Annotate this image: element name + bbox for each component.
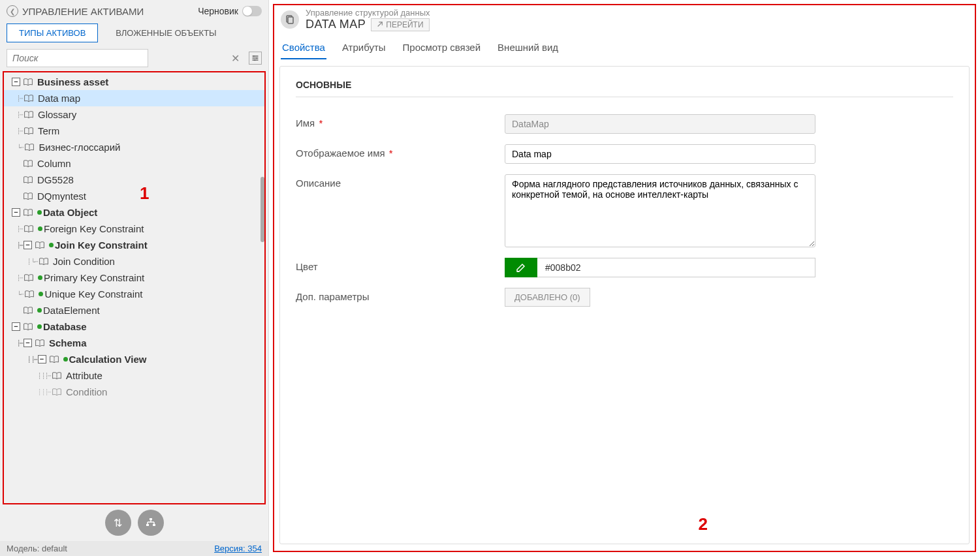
tree-item-data-object[interactable]: − Data Object bbox=[4, 204, 264, 221]
tree-item-business-asset[interactable]: − Business asset bbox=[4, 74, 264, 90]
tree-item-calc-view[interactable]: ┊ ┊┄ − Calculation View bbox=[4, 351, 264, 367]
label-display-name: Отображаемое имя bbox=[296, 147, 385, 159]
book-icon bbox=[24, 144, 35, 151]
breadcrumb: Управление структурой данных bbox=[306, 8, 430, 18]
label-description: Описание bbox=[296, 174, 505, 189]
tab-properties[interactable]: Свойства bbox=[281, 38, 326, 59]
status-dot-icon bbox=[39, 292, 43, 296]
color-value[interactable]: #008b02 bbox=[537, 258, 815, 277]
color-swatch[interactable] bbox=[505, 258, 537, 277]
svg-rect-27 bbox=[146, 524, 149, 526]
tree-item-data-map[interactable]: ┊┄ Data map bbox=[4, 90, 264, 106]
collapse-icon[interactable]: − bbox=[24, 241, 32, 249]
search-settings-icon[interactable] bbox=[249, 52, 262, 65]
book-icon bbox=[35, 339, 45, 347]
sidebar-tabs: ТИПЫ АКТИВОВ ВЛОЖЕННЫЕ ОБЪЕКТЫ bbox=[7, 23, 262, 42]
book-icon bbox=[49, 356, 59, 363]
back-arrow-icon[interactable]: ❮ bbox=[7, 5, 18, 17]
tree-item-term[interactable]: ┊┄ Term bbox=[4, 123, 264, 139]
tree-item-schema[interactable]: ┊┄ − Schema bbox=[4, 335, 264, 351]
form-panel: ОСНОВНЫЕ Имя * Отображаемое имя * Описан… bbox=[279, 66, 970, 544]
tree-item-dqmyntest[interactable]: DQmyntest bbox=[4, 188, 264, 204]
hierarchy-button[interactable] bbox=[138, 510, 164, 536]
draft-toggle[interactable] bbox=[242, 6, 262, 16]
svg-point-3 bbox=[253, 55, 255, 57]
go-button[interactable]: ПЕРЕЙТИ bbox=[371, 18, 429, 31]
status-dot-icon bbox=[37, 324, 42, 329]
book-icon bbox=[52, 372, 62, 380]
collapse-icon[interactable]: − bbox=[12, 208, 20, 217]
bottom-buttons: ⇅ bbox=[0, 504, 268, 541]
page-title: DATA MAP bbox=[306, 18, 366, 31]
tab-appearance[interactable]: Внешний вид bbox=[496, 38, 560, 59]
sidebar: ❮ УПРАВЛЕНИЕ АКТИВАМИ Черновик ТИПЫ АКТИ… bbox=[0, 0, 269, 556]
model-label: Модель: bbox=[7, 544, 39, 553]
book-icon bbox=[24, 95, 34, 102]
sidebar-header: ❮ УПРАВЛЕНИЕ АКТИВАМИ Черновик ТИПЫ АКТИ… bbox=[0, 0, 268, 49]
tree-item-business-glossary[interactable]: └┄ Бизнес-глоссарий bbox=[4, 139, 264, 155]
tab-links[interactable]: Просмотр связей bbox=[402, 38, 482, 59]
tab-nested-objects[interactable]: ВЛОЖЕННЫЕ ОБЪЕКТЫ bbox=[103, 23, 229, 42]
version-link[interactable]: Версия: 354 bbox=[214, 544, 262, 553]
svg-rect-28 bbox=[153, 524, 155, 526]
tab-asset-types[interactable]: ТИПЫ АКТИВОВ bbox=[7, 23, 98, 42]
tree-item-join-key[interactable]: ┊┄ − Join Key Constraint bbox=[4, 237, 264, 253]
main-tabs: Свойства Атрибуты Просмотр связей Внешни… bbox=[274, 31, 975, 59]
label-extra-params: Доп. параметры bbox=[296, 288, 505, 302]
main-header: Управление структурой данных DATA MAP ПЕ… bbox=[274, 5, 975, 31]
status-dot-icon bbox=[49, 243, 54, 247]
svg-rect-26 bbox=[150, 518, 152, 520]
tree-item-column[interactable]: Column bbox=[4, 155, 264, 172]
name-field bbox=[505, 114, 815, 134]
tree-item-join-condition[interactable]: ┊ └┄ Join Condition bbox=[4, 253, 264, 270]
required-icon: * bbox=[319, 117, 323, 129]
annotation-2: 2 bbox=[699, 514, 708, 534]
document-icon bbox=[281, 10, 299, 29]
tab-attributes[interactable]: Атрибуты bbox=[341, 38, 387, 59]
section-title: ОСНОВНЫЕ bbox=[296, 80, 953, 97]
tree-item-primary-key[interactable]: ┊┄ Primary Key Constraint bbox=[4, 270, 264, 286]
search-clear-icon[interactable]: ✕ bbox=[231, 52, 240, 65]
tree-item-data-element[interactable]: DataElement bbox=[4, 302, 264, 318]
tree-item-unique-key[interactable]: └┄ Unique Key Constraint bbox=[4, 286, 264, 302]
book-icon bbox=[23, 160, 33, 168]
book-icon bbox=[23, 307, 33, 315]
label-color: Цвет bbox=[296, 258, 505, 272]
collapse-icon[interactable]: − bbox=[24, 339, 32, 347]
required-icon: * bbox=[389, 147, 393, 159]
tree-item-database[interactable]: − Database bbox=[4, 318, 264, 335]
sidebar-title: УПРАВЛЕНИЕ АКТИВАМИ bbox=[22, 6, 144, 17]
collapse-icon[interactable]: − bbox=[12, 322, 20, 331]
search-input[interactable] bbox=[7, 49, 148, 67]
added-button[interactable]: ДОБАВЛЕНО (0) bbox=[505, 288, 590, 307]
tree-item-attribute[interactable]: ┊ ┊ ┊┄ Attribute bbox=[4, 367, 264, 384]
book-icon bbox=[24, 290, 35, 298]
book-icon bbox=[39, 258, 49, 266]
status-dot-icon bbox=[37, 308, 42, 313]
scrollbar[interactable] bbox=[261, 177, 264, 242]
book-icon bbox=[24, 111, 34, 119]
collapse-icon[interactable]: − bbox=[38, 355, 46, 363]
status-dot-icon bbox=[38, 226, 42, 231]
sidebar-footer: Модель: default Версия: 354 bbox=[0, 541, 268, 556]
tree-panel: 1 − Business asset ┊┄ Data map ┊┄ Glossa… bbox=[3, 71, 266, 504]
book-icon bbox=[24, 225, 34, 233]
book-icon bbox=[52, 388, 62, 396]
book-icon bbox=[23, 193, 33, 200]
tree-item-condition[interactable]: ┊ ┊ ┊┄ Condition bbox=[4, 384, 264, 400]
tree-item-dg5528[interactable]: DG5528 bbox=[4, 172, 264, 188]
status-dot-icon bbox=[37, 210, 42, 215]
model-value: default bbox=[42, 544, 67, 553]
collapse-icon[interactable]: − bbox=[12, 78, 20, 86]
status-dot-icon bbox=[38, 275, 42, 280]
swap-button[interactable]: ⇅ bbox=[105, 510, 131, 536]
draft-label: Черновик bbox=[198, 6, 238, 16]
tree-item-glossary[interactable]: ┊┄ Glossary bbox=[4, 106, 264, 123]
display-name-field[interactable] bbox=[505, 144, 815, 164]
description-field[interactable] bbox=[505, 174, 815, 247]
book-icon bbox=[23, 209, 33, 217]
book-icon bbox=[35, 241, 45, 249]
book-icon bbox=[23, 78, 33, 86]
main-panel: Управление структурой данных DATA MAP ПЕ… bbox=[269, 0, 980, 556]
tree-item-foreign-key[interactable]: ┊┄ Foreign Key Constraint bbox=[4, 221, 264, 237]
